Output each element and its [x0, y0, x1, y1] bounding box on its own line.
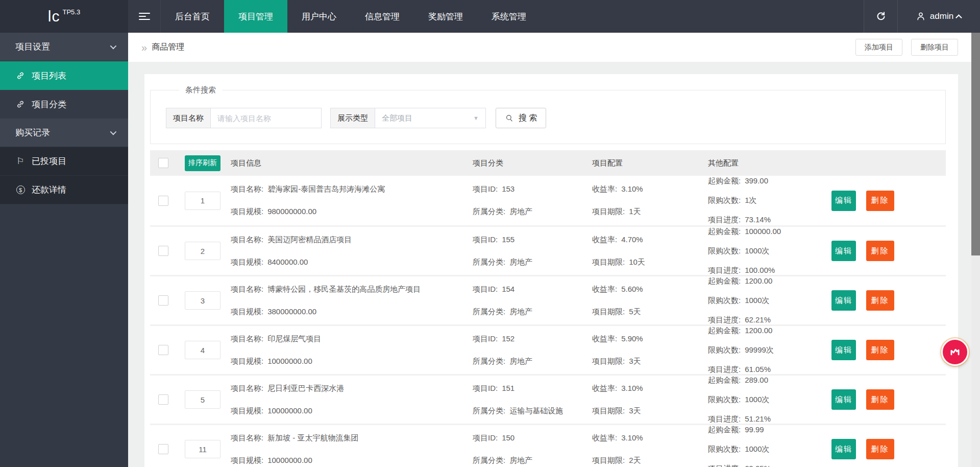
- category-value: 房地产: [509, 207, 532, 217]
- sidebar: 项目设置 项目列表 项目分类: [0, 33, 128, 467]
- project-scale-value: 980000000.00: [267, 207, 316, 217]
- user-menu[interactable]: admin: [897, 0, 980, 33]
- rate-label: 收益率:: [592, 285, 617, 294]
- project-id-label: 项目ID:: [473, 285, 498, 294]
- edit-button[interactable]: 编辑: [831, 241, 856, 261]
- link-icon: [15, 100, 26, 109]
- sidebar-group-project-settings[interactable]: 项目设置: [0, 33, 128, 61]
- limit-label: 限购次数:: [708, 246, 741, 256]
- edit-button[interactable]: 编辑: [831, 439, 856, 459]
- min-amount-label: 起购金额:: [708, 227, 741, 237]
- scrollbar-thumb[interactable]: [971, 33, 980, 255]
- rate-label: 收益率:: [592, 334, 617, 344]
- sidebar-item-project-list[interactable]: 项目列表: [0, 61, 128, 90]
- flag-icon: ⚐: [15, 156, 26, 167]
- delete-button[interactable]: 删除: [866, 389, 894, 410]
- project-name-label: 项目名称:: [231, 184, 263, 194]
- projects-table: 排序刷新 项目信息 项目分类 项目配置 其他配置 项目名称:碧海家园-泰国普吉岛…: [150, 150, 946, 467]
- limit-value: 1000次: [745, 246, 769, 256]
- project-name-input[interactable]: [210, 108, 322, 128]
- chevron-down-icon: [110, 43, 117, 50]
- breadcrumb-icon: »: [141, 42, 147, 53]
- sidebar-item-project-category[interactable]: 项目分类: [0, 90, 128, 119]
- min-amount-label: 起购金额:: [708, 376, 741, 385]
- progress-value: 73.14%: [745, 215, 771, 225]
- nav-tab-info[interactable]: 信息管理: [351, 0, 414, 33]
- project-name-value: 美国迈阿密精品酒店项目: [267, 235, 352, 245]
- delete-project-button[interactable]: 删除项目: [911, 39, 958, 56]
- refresh-button[interactable]: [864, 0, 897, 33]
- dollar-icon: $: [15, 185, 26, 194]
- min-amount-value: 1200.00: [745, 276, 772, 286]
- search-panel-legend: 条件搜索: [179, 85, 222, 95]
- sort-refresh-button[interactable]: 排序刷新: [185, 155, 220, 171]
- add-project-button[interactable]: 添加项目: [855, 39, 902, 56]
- rate-label: 收益率:: [592, 235, 617, 245]
- project-scale-value: 8400000.00: [267, 258, 308, 267]
- category-label: 所属分类:: [473, 307, 505, 317]
- limit-value: 1000次: [745, 395, 769, 405]
- nav-tab-system[interactable]: 系统管理: [477, 0, 541, 33]
- row-checkbox[interactable]: [158, 246, 168, 256]
- edit-button[interactable]: 编辑: [831, 290, 856, 311]
- page-scrollbar[interactable]: [971, 33, 980, 467]
- chevron-down-icon: [110, 129, 117, 135]
- search-button[interactable]: 搜 索: [496, 108, 546, 128]
- sidebar-item-label: 项目列表: [32, 70, 66, 82]
- sort-order-input[interactable]: [185, 440, 220, 458]
- floating-service-button[interactable]: [941, 338, 969, 366]
- sort-order-input[interactable]: [185, 341, 220, 359]
- sidebar-group-purchase-records[interactable]: 购买记录: [0, 119, 128, 147]
- project-id-label: 项目ID:: [473, 433, 498, 443]
- project-scale-value: 10000000.00: [267, 456, 312, 465]
- limit-label: 限购次数:: [708, 445, 741, 454]
- min-amount-value: 289.00: [745, 376, 768, 385]
- top-navbar: lc TP5.3 后台首页 项目管理 用户中心 信息管理 奖励管理 系统管理 a…: [0, 0, 980, 33]
- delete-button[interactable]: 删除: [866, 439, 894, 459]
- logo-version: TP5.3: [62, 8, 80, 16]
- period-label: 项目期限:: [592, 307, 625, 317]
- category-value: 房地产: [509, 258, 532, 267]
- period-label: 项目期限:: [592, 207, 625, 217]
- category-label: 所属分类:: [473, 207, 505, 217]
- row-checkbox[interactable]: [158, 444, 168, 454]
- nav-tab-home[interactable]: 后台首页: [161, 0, 224, 33]
- sort-order-input[interactable]: [185, 390, 220, 409]
- period-value: 2天: [629, 456, 641, 465]
- sort-order-input[interactable]: [185, 242, 220, 260]
- sidebar-toggle-button[interactable]: [128, 0, 161, 33]
- row-checkbox[interactable]: [158, 295, 168, 306]
- rate-value: 5.60%: [621, 285, 643, 294]
- display-type-select[interactable]: 全部项目 ▼: [375, 108, 486, 128]
- select-all-checkbox[interactable]: [158, 158, 168, 168]
- delete-button[interactable]: 删除: [866, 340, 894, 360]
- category-label: 所属分类:: [473, 406, 505, 416]
- nav-tab-users[interactable]: 用户中心: [287, 0, 351, 33]
- delete-button[interactable]: 删除: [866, 290, 894, 311]
- delete-button[interactable]: 删除: [866, 241, 894, 261]
- row-checkbox[interactable]: [158, 345, 168, 355]
- edit-button[interactable]: 编辑: [831, 389, 856, 410]
- sidebar-item-invested-projects[interactable]: ⚐ 已投项目: [0, 147, 128, 176]
- rate-value: 3.10%: [621, 433, 643, 443]
- sort-order-input[interactable]: [185, 192, 220, 210]
- main-nav: 后台首页 项目管理 用户中心 信息管理 奖励管理 系统管理: [161, 0, 541, 33]
- link-icon: [15, 71, 26, 80]
- nav-tab-projects[interactable]: 项目管理: [224, 0, 287, 33]
- row-checkbox[interactable]: [158, 196, 168, 206]
- edit-button[interactable]: 编辑: [831, 191, 856, 211]
- progress-label: 项目进度:: [708, 464, 741, 467]
- min-amount-value: 100000.00: [745, 227, 781, 237]
- limit-label: 限购次数:: [708, 196, 741, 205]
- sort-order-input[interactable]: [185, 291, 220, 310]
- project-name-label: 项目名称:: [231, 384, 263, 393]
- period-value: 5天: [629, 307, 641, 317]
- row-checkbox[interactable]: [158, 394, 168, 405]
- edit-button[interactable]: 编辑: [831, 340, 856, 360]
- delete-button[interactable]: 删除: [866, 191, 894, 211]
- sidebar-group-label: 购买记录: [15, 127, 50, 138]
- project-name-value: 博蒙特公园，移民圣基茨的高品质房地产项目: [267, 285, 421, 294]
- project-name-label: 项目名称:: [231, 334, 263, 344]
- sidebar-item-repayment-details[interactable]: $ 还款详情: [0, 176, 128, 204]
- nav-tab-rewards[interactable]: 奖励管理: [414, 0, 477, 33]
